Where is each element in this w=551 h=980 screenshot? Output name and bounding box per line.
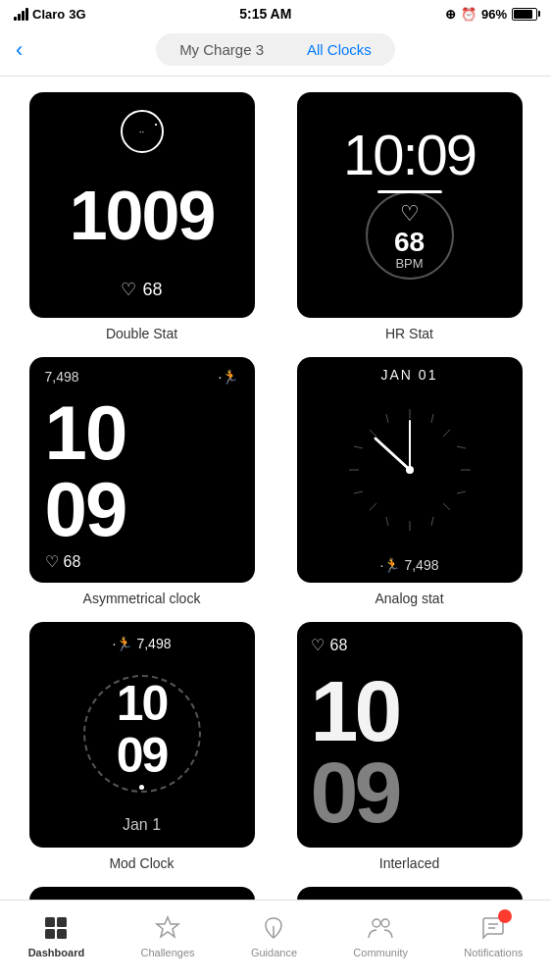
double-stat-label: Double Stat [106,326,177,341]
svg-line-6 [443,430,450,437]
clock-face-double-stat: ·· 1009 ♡ 68 [29,92,255,318]
asym-heart-icon: ♡ [45,552,59,571]
nav-community[interactable]: Community [353,913,408,958]
analog-clock-svg [341,401,478,539]
analog-date: JAN 01 [381,367,438,383]
clock-item-analog-stat[interactable]: JAN 01 [283,357,535,606]
ds-time: 1009 [70,181,215,250]
ds-ring-icon: ·· [121,110,164,153]
analog-steps: 7,498 [404,557,438,573]
svg-rect-20 [57,917,67,927]
hr-bpm-label: BPM [395,256,423,271]
mod-circle: 10 09 [83,675,201,793]
clock-face-asymmetrical: 7,498 ·🏃 10 09 ♡ 68 [29,357,255,583]
svg-marker-23 [157,917,178,937]
header: ‹ My Charge 3 All Clocks [0,26,551,77]
analog-steps-icon: ·🏃 [380,557,401,573]
clock-item-mod-clock[interactable]: ·🏃 7,498 10 09 Jan 1 Mod Clock [16,622,268,871]
ds-heart-icon: ♡ [121,279,136,300]
svg-line-12 [354,446,363,448]
svg-rect-21 [45,929,55,939]
mod-steps-icon: ·🏃 [113,636,133,651]
mod-time: 10 09 [117,678,168,781]
tab-group: My Charge 3 All Clocks [156,33,395,66]
asym-time: 10 09 [45,388,239,552]
analog-stat-label: Analog stat [375,591,443,606]
status-bar: Claro 3G 5:15 AM ⊕ ⏰ 96% [0,0,551,26]
clock-face-hr-stat: 10:09 ♡ 68 BPM [297,92,523,318]
chat-icon [478,913,508,943]
interlaced-heart-rate: 68 [330,637,348,654]
svg-rect-19 [45,917,55,927]
battery-icon [512,8,537,21]
nav-challenges[interactable]: Challenges [141,913,195,958]
ds-heart-rate: 68 [142,280,162,300]
svg-point-18 [406,466,414,474]
clock-item-interlaced[interactable]: ♡ 68 10 09 10 09 Interlaced [283,622,535,871]
clock-item-double-stat[interactable]: ·· 1009 ♡ 68 Double Stat [16,92,268,341]
svg-line-14 [386,517,388,526]
svg-line-11 [457,446,466,448]
interlaced-label: Interlaced [379,855,439,871]
svg-rect-22 [57,929,67,939]
nav-dashboard-label: Dashboard [28,947,84,958]
svg-line-9 [431,517,433,526]
nav-challenges-label: Challenges [141,947,195,958]
mod-steps-row: ·🏃 7,498 [113,636,172,651]
hr-ring: ♡ 68 BPM [366,191,454,280]
mod-steps: 7,498 [136,636,171,651]
hr-heart-icon: ♡ [400,201,420,227]
nav-guidance[interactable]: Guidance [251,913,297,958]
clock-grid: ·· 1009 ♡ 68 Double Stat 10:09 ♡ 68 BPM [0,77,551,887]
signal-icon [14,8,28,21]
svg-line-8 [386,414,388,423]
clock-item-asymmetrical[interactable]: 7,498 ·🏃 10 09 ♡ 68 Asymmetrical clock [16,357,268,606]
asym-hour: 10 [45,394,239,471]
clock-item-hr-stat[interactable]: 10:09 ♡ 68 BPM HR Stat [283,92,535,341]
tab-all-clocks[interactable]: All Clocks [285,35,393,64]
asym-steps: 7,498 [45,369,79,385]
notification-badge [498,909,512,923]
asymmetrical-label: Asymmetrical clock [83,591,201,606]
clock-face-mod-clock: ·🏃 7,498 10 09 Jan 1 [29,622,255,848]
svg-line-16 [376,438,410,470]
clock-face-interlaced: ♡ 68 10 09 10 09 [297,622,523,848]
back-button[interactable]: ‹ [16,37,23,63]
carrier-label: Claro [32,7,65,22]
network-label: 3G [69,7,85,22]
bottom-nav: Dashboard Challenges Guidance [0,900,551,980]
interlaced-heart-icon: ♡ [311,636,325,654]
interlaced-heart-row: ♡ 68 [311,636,348,654]
svg-point-25 [373,919,380,927]
alarm-icon: ⏰ [461,7,476,22]
svg-line-7 [370,503,376,510]
nav-notifications[interactable]: Notifications [464,913,523,958]
svg-line-15 [431,414,433,423]
nav-community-label: Community [353,947,408,958]
clock-face-analog-stat: JAN 01 [297,357,523,583]
mod-date: Jan 1 [123,816,161,834]
people-icon [366,913,395,943]
nav-notifications-label: Notifications [464,947,523,958]
star-icon [153,913,182,943]
nav-dashboard[interactable]: Dashboard [28,913,84,958]
asym-min: 09 [45,471,239,547]
ds-heart-row: ♡ 68 [121,279,162,300]
svg-line-4 [370,430,376,437]
status-right: ⊕ ⏰ 96% [445,7,537,22]
nav-guidance-label: Guidance [251,947,297,958]
battery-percent: 96% [481,7,507,22]
analog-steps-row: ·🏃 7,498 [380,557,439,573]
grid-icon [41,913,71,943]
tab-my-charge[interactable]: My Charge 3 [158,35,285,64]
mod-clock-label: Mod Clock [109,855,174,871]
svg-point-26 [381,919,389,927]
sim-icon: ⊕ [445,7,456,22]
hr-stat-label: HR Stat [385,326,433,341]
asym-icons: ·🏃 [219,369,239,385]
svg-line-10 [354,491,363,493]
svg-line-13 [457,491,466,493]
svg-line-5 [443,503,450,510]
asym-heart-rate: 68 [64,553,81,571]
leaf-icon [259,913,288,943]
